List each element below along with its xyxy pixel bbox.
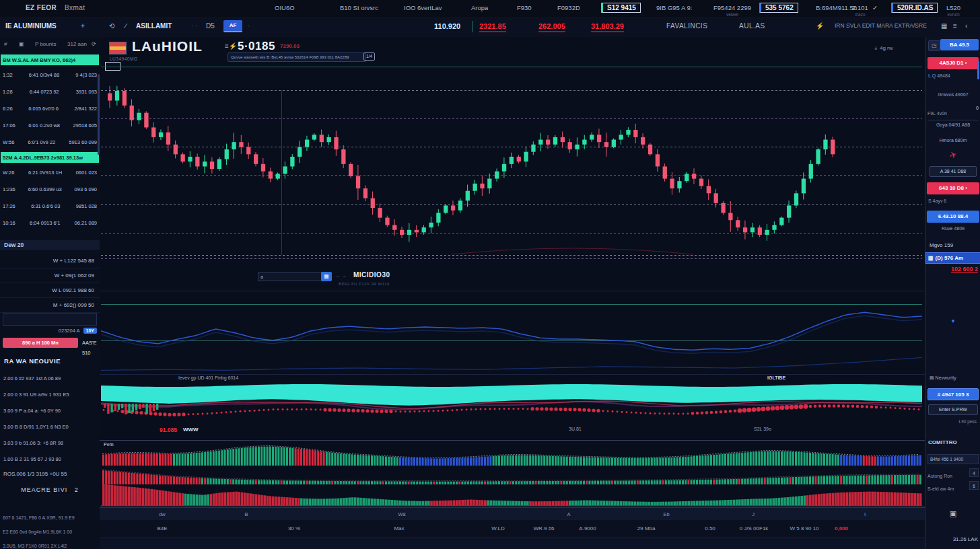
collapse-triangle-icon[interactable]: ▼ [925, 318, 980, 324]
draw-icon[interactable]: ∕ [125, 22, 127, 30]
axis-tick: J [752, 511, 755, 517]
undo-icon[interactable]: ⟲ [109, 22, 114, 30]
momentum-panel-canvas[interactable] [101, 292, 922, 373]
menu-item[interactable]: L520evrum [946, 4, 960, 17]
menu-item[interactable]: S12 9415 [601, 3, 641, 13]
sidebar-chip-row: 023204 A10Y [59, 328, 97, 334]
candlestick-chart-canvas[interactable] [101, 59, 922, 261]
position-row[interactable]: ▥(D) 576 Am [925, 252, 980, 264]
list-icon[interactable]: ≡ [953, 22, 957, 30]
enter-button[interactable]: Enter S-PRW [928, 404, 978, 415]
order-input-2[interactable]: Autong Ron 4 [928, 468, 979, 480]
menu-item[interactable]: OIU6O [275, 4, 295, 11]
symbol-name[interactable]: ASILLAMIT [136, 22, 172, 30]
sell-button-2[interactable]: 643 10 D8 › [927, 182, 979, 194]
menu-item[interactable]: ✓ [872, 4, 878, 11]
sidebar-input[interactable] [3, 313, 97, 326]
panel-bottom-label: 31.26 LAK [953, 536, 978, 542]
watchlist-row[interactable]: 17:066:01 0.2v0 w829518 605 [0, 117, 100, 134]
indicator-search-input[interactable] [258, 272, 322, 281]
menu-item-file[interactable]: EZ FEOR [26, 4, 57, 11]
watchlist-row[interactable]: W:566:0'1 0v9 225913 60 099 [0, 134, 100, 151]
ra-row[interactable]: 3.00 9 P a.04 a: +6 0Y 90 [0, 403, 100, 419]
menu-item[interactable]: 2.101d'azo [852, 4, 868, 17]
watchlist-add-button[interactable]: + [81, 22, 85, 30]
ra-row[interactable]: 3.03 9 b 91.06 3: +6 8R 98 [0, 435, 100, 451]
dew-row[interactable]: W L 092.1 988 60 [0, 283, 100, 298]
indicator-chip[interactable]: AF [223, 20, 242, 32]
menu-item[interactable]: F930 [517, 4, 532, 11]
fsl-field[interactable]: F9L 4v0n 0 [928, 106, 979, 120]
chart-title: LAuHIOIL [132, 38, 203, 54]
period-chip[interactable]: 10Y [83, 328, 97, 334]
watchlist-row[interactable]: 1:286:44 0723 923931 093 [0, 83, 100, 100]
hash-icon: # [4, 41, 7, 47]
menu-item[interactable]: 535 5762 [759, 3, 798, 13]
buy-button-2[interactable]: 6.43.10 88.4 [927, 211, 979, 223]
ra-row[interactable]: 2.00 6 #2 937 1st A 06 89 [0, 371, 100, 387]
menu-item[interactable]: F0932D [557, 4, 580, 11]
tab-favorites[interactable]: FAVALINCIS [666, 22, 707, 30]
download-label[interactable]: ⇣ 4g rw [874, 45, 893, 51]
order-input-3[interactable]: S-efd aw 4m 6 [928, 481, 979, 493]
divider [473, 21, 473, 32]
watchlist-row-highlighted[interactable]: BM W.S.AL AM BMY KO, 662)4 [1, 54, 99, 65]
timeframe-select[interactable]: D5 [206, 22, 215, 30]
buy-button[interactable]: BA 49.5 [940, 39, 979, 50]
ros-row: ROS.006 1/3 3195 +0U 55 [3, 471, 67, 477]
status-value: W.LD [491, 525, 505, 532]
watchlist-row[interactable]: 1:326:41 0/3v4 889 4(3 023 [0, 67, 100, 83]
order-input-1[interactable]: B4fol 456 1 9400 [928, 454, 979, 464]
order-outline-button[interactable]: A 38 41 D88 [930, 166, 977, 177]
band-value-right: S2L 39o [754, 427, 771, 431]
histogram-panel-canvas[interactable] [101, 441, 922, 506]
watchlist-row[interactable]: 17:266:31 0.6'6 039851 028 [0, 198, 100, 215]
indicator-search-button[interactable]: ▦ [321, 272, 332, 281]
section-dew[interactable]: Dew 20 [0, 240, 100, 250]
folder-icon[interactable]: ▣ [19, 41, 24, 47]
status-value: WR.9 #6 [533, 525, 554, 532]
time-axis[interactable]: dwBW8AEbJI [100, 507, 925, 521]
menu-item-edit[interactable]: Bxmat [65, 4, 85, 11]
menu-item[interactable]: B10 St orvsrc [340, 4, 378, 11]
keyboard-icon[interactable]: ▣ [925, 509, 980, 518]
window-scrollbar[interactable] [977, 61, 979, 79]
watchlist-row[interactable]: 10:166:04 0913 6'106.21 089 [0, 215, 100, 231]
menu-item[interactable]: 520R.ID.AS [891, 3, 938, 13]
input2-value[interactable]: 4 [969, 468, 979, 477]
sell-button[interactable]: 4A5J0 D1 › [928, 57, 979, 69]
refresh-icon[interactable]: ⟳ [92, 41, 96, 47]
dew-row[interactable]: W + 09(1 062 09 [0, 268, 100, 283]
menu-item[interactable]: B:694M911.50 [816, 4, 857, 11]
status-value: Max [394, 525, 404, 532]
grwvos-label: Grwvos 49007 [925, 92, 980, 97]
menu-item[interactable]: 9IB G95 A 9: [656, 4, 692, 11]
band-panel-canvas[interactable] [101, 383, 922, 425]
sidebar-pink-button[interactable]: 890 a H 100 Mn [3, 338, 78, 348]
ra-row[interactable]: 3.00 B 8 D/91 1.0Y1 6 N3 E0 [0, 419, 100, 435]
watchlist-row[interactable]: W:266:21 0V913 1H0601 023 [0, 164, 100, 181]
hmora-label: Hmora 680m [925, 138, 980, 143]
order-submit-button[interactable]: # 4947 105 3 [928, 388, 979, 400]
panel-chip-icon[interactable]: ◳ [928, 40, 940, 51]
menu-item[interactable]: IOO 6vertLav [404, 4, 442, 11]
menu-item[interactable]: F95424 2299veiwel [713, 4, 751, 17]
ra-row[interactable]: 1.00 B 2 31 95 67 J 93 80 [0, 451, 100, 468]
indicator-sublabel: BPA2 6U P12V 99 W119 [339, 282, 390, 286]
band-panel-title-right: IGLTIBE [767, 375, 785, 380]
flash-icon[interactable]: ⚡ [816, 22, 824, 30]
collapse-icon[interactable]: ‹ [965, 22, 967, 30]
input3-value[interactable]: 6 [969, 481, 979, 490]
watchlist-row[interactable]: 1:2366:60 0.6399 u3093 6 090 [0, 181, 100, 198]
dew-row[interactable]: W + L122 545 88 [0, 254, 100, 268]
watchlist-header-count: 312 aan [67, 41, 87, 47]
dew-row[interactable]: M + 692() 099 50 [0, 298, 100, 313]
layout-text: IRN SVLA EDIT MARA EXTRA/SRE [835, 22, 927, 29]
watchlist-rows: BM W.S.AL AM BMY KO, 662)41:326:41 0/3v4… [0, 53, 100, 231]
ra-row[interactable]: 2.00 0 3 91 U9 a/9v 1 931 E5 [0, 387, 100, 403]
menu-item[interactable]: Aropa [471, 4, 488, 11]
grid-icon[interactable]: ▦ [941, 22, 947, 30]
tab-alerts[interactable]: AUL.AS [739, 22, 765, 30]
watchlist-row-highlighted[interactable]: 52M A.4.2DL.9EB73 2v981 39.13w [1, 152, 99, 163]
watchlist-row[interactable]: 6:266:015 6v0'0 62/841 322 [0, 100, 100, 117]
